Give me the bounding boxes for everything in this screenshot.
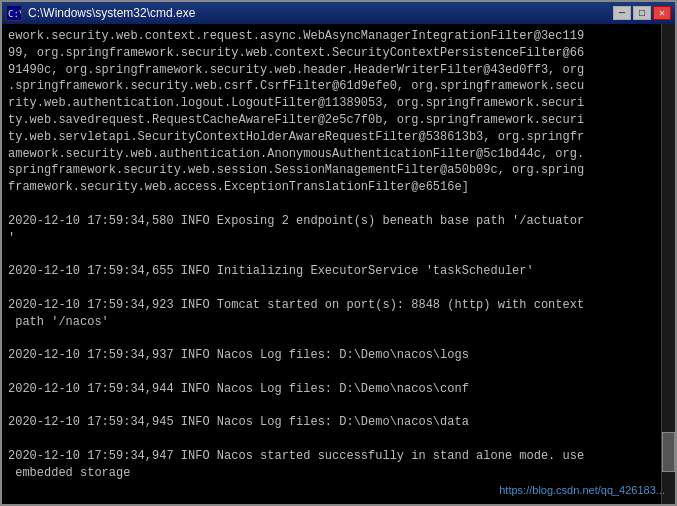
- minimize-button[interactable]: ─: [613, 6, 631, 20]
- window-title: C:\Windows\system32\cmd.exe: [28, 6, 195, 20]
- scrollbar[interactable]: [661, 24, 675, 504]
- close-button[interactable]: ✕: [653, 6, 671, 20]
- cmd-icon: C:\: [6, 5, 22, 21]
- cmd-window: C:\ C:\Windows\system32\cmd.exe ─ □ ✕ ew…: [0, 0, 677, 506]
- console-output: ework.security.web.context.request.async…: [8, 28, 669, 482]
- scrollbar-thumb[interactable]: [662, 432, 675, 472]
- title-bar-left: C:\ C:\Windows\system32\cmd.exe: [6, 5, 195, 21]
- maximize-button[interactable]: □: [633, 6, 651, 20]
- watermark: https://blog.csdn.net/qq_426183...: [499, 483, 665, 498]
- window-controls: ─ □ ✕: [613, 6, 671, 20]
- title-bar: C:\ C:\Windows\system32\cmd.exe ─ □ ✕: [2, 2, 675, 24]
- console-area: ework.security.web.context.request.async…: [2, 24, 675, 504]
- svg-text:C:\: C:\: [8, 9, 21, 19]
